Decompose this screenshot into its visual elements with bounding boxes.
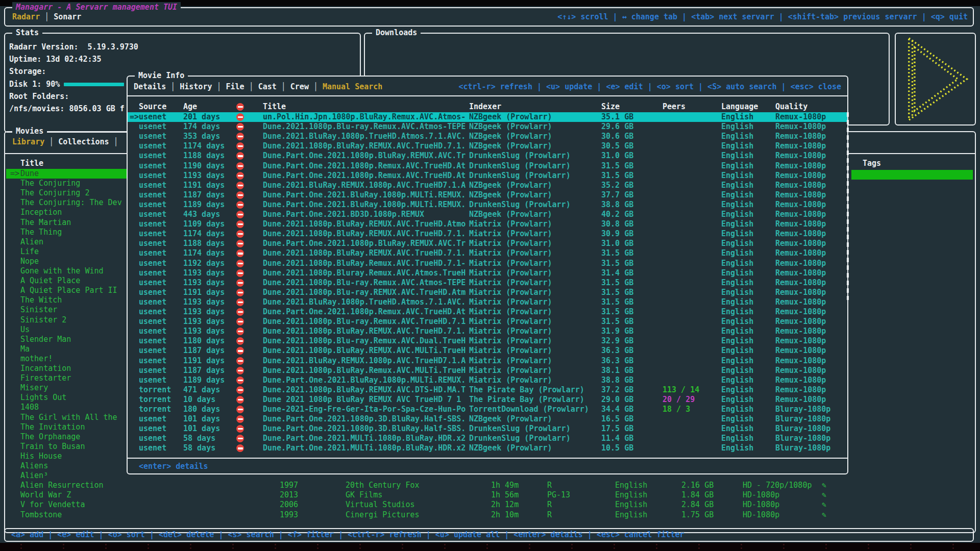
result-indexer: NZBgeek (Prowlarr) <box>469 181 552 190</box>
search-result-row[interactable]: usenet1193 daysDune.2021.1080p.BluRay.RE… <box>128 327 847 336</box>
result-language: English <box>721 356 753 366</box>
result-language: English <box>721 122 753 132</box>
result-indexer: Miatrix (Prowlarr) <box>469 327 552 336</box>
search-result-row[interactable]: usenet1188 daysDune.Part.One.2021.1080p.… <box>128 239 847 248</box>
result-source: usenet <box>139 424 166 434</box>
search-result-row[interactable]: usenet1174 daysDune.2021.1080p.BluRay.RE… <box>128 248 847 258</box>
rejected-icon <box>236 415 244 423</box>
result-age: 1193 days <box>183 317 225 327</box>
result-age: 1190 days <box>183 161 225 171</box>
search-result-row[interactable]: torrent180 daysDune-2021-Eng-Fre-Ger-Ita… <box>128 405 847 414</box>
rejected-icon <box>236 357 244 365</box>
search-result-row[interactable]: usenet1193 daysDune.2021.1080p.Blu-ray.R… <box>128 278 847 288</box>
result-age: 1193 days <box>183 297 225 307</box>
result-age: 1188 days <box>183 239 225 248</box>
result-size: 31.5 GB <box>601 297 633 307</box>
result-age: 1174 days <box>183 141 225 151</box>
search-result-row[interactable]: usenet1174 daysDune.2021.1080p.BluRay.RE… <box>128 141 847 151</box>
search-result-row[interactable]: usenet1191 daysDune.2021.BluRay.REMUX.10… <box>128 356 847 366</box>
result-title: Dune.2021.1080p.BluRay.REMUX.AVC.TrueHD.… <box>263 248 465 258</box>
result-quality: Remux-1080p <box>775 307 826 317</box>
search-result-row[interactable]: usenet1180 daysDune.2021.1080p.Blu-ray.R… <box>128 336 847 346</box>
rejected-icon <box>236 289 244 296</box>
result-source: usenet <box>139 112 166 122</box>
movie-rating: R <box>547 481 552 490</box>
movie-year: 1993 <box>280 510 298 520</box>
result-source: usenet <box>139 268 166 278</box>
result-source: usenet <box>139 443 166 453</box>
result-title: Dune.2021.1080p.BluRay.REMUX.AVC.TrueHD.… <box>263 327 465 336</box>
result-quality: Remux-1080p <box>775 346 826 356</box>
search-result-row[interactable]: usenet1191 daysDune.2021.1080p.Blu-ray.R… <box>128 288 847 297</box>
result-source: usenet <box>139 141 166 151</box>
result-indexer: Miatrix (Prowlarr) <box>469 278 552 288</box>
movies-table-row[interactable]: 199720th Century Fox1h 49mREnglish2.16 G… <box>5 481 972 490</box>
search-result-row[interactable]: usenet1187 daysDune.Part.One.2021.BluRay… <box>128 190 847 200</box>
result-title: Dune.2021.BluRay.1080p.TrueHD.Atmos.7.1.… <box>263 297 465 307</box>
search-result-row[interactable]: torrent10 daysDune 2021 1080p BluRay REM… <box>128 395 847 405</box>
search-result-row[interactable]: usenet1190 daysDune.Part.One.2021.1080p.… <box>128 161 847 171</box>
result-size: 31.0 GB <box>601 239 633 248</box>
result-language: English <box>721 112 753 122</box>
result-quality: Remux-1080p <box>775 297 826 307</box>
search-result-row[interactable]: usenet58 daysDune.Part.One.2021.MULTi.10… <box>128 434 847 443</box>
search-result-row[interactable]: usenet101 daysDune.Part.One.2021.1080p.3… <box>128 414 847 424</box>
result-indexer: Miatrix (Prowlarr) <box>469 219 552 229</box>
rejected-icon <box>236 211 244 218</box>
search-result-row[interactable]: usenet58 daysDune.Part.One.2021.MULTi.10… <box>128 443 847 453</box>
search-result-row[interactable]: torrent471 daysDune.2021.1080p.BluRay.RE… <box>128 385 847 395</box>
search-result-row[interactable]: usenet443 daysDune.Part.One.2021.BD3D.10… <box>128 210 847 219</box>
result-indexer: NZBgeek (Prowlarr) <box>469 141 552 151</box>
movies-table-row[interactable]: 2006Virtual Studios2h 12mREnglish2.84 GB… <box>5 500 972 510</box>
result-indexer: Miatrix (Prowlarr) <box>469 229 552 239</box>
result-indexer: The Pirate Bay (Prowlarr) <box>469 385 584 395</box>
search-result-row[interactable]: usenet1189 daysDune.Part.One.2021.BluRay… <box>128 375 847 385</box>
result-size: 31.5 GB <box>601 278 633 288</box>
search-result-row[interactable]: usenet1192 daysDune.2021.1080p.BluRay.Re… <box>128 259 847 268</box>
search-result-row[interactable]: usenet1189 daysDune.Part.One.2021.BluRay… <box>128 200 847 210</box>
result-source: usenet <box>139 288 166 297</box>
search-result-row[interactable]: usenet1193 daysDune.2021.BluRay.1080p.Tr… <box>128 297 847 307</box>
search-result-row[interactable]: usenet1188 daysDune.Part.One.2021.1080p.… <box>128 151 847 161</box>
search-result-row[interactable]: usenet101 daysDune.Part.One.2021.1080p.3… <box>128 424 847 434</box>
search-result-row[interactable]: usenet353 daysDune.2021.BluRay.1080p.Tru… <box>128 132 847 141</box>
search-result-row[interactable]: usenet1187 daysDune.2021.1080p.BluRay.RE… <box>128 346 847 356</box>
result-size: 32.9 GB <box>601 336 633 346</box>
result-indexer: DrunkenSlug (Prowlarr) <box>469 424 571 434</box>
search-result-row[interactable]: usenet1174 daysDune.2021.1080p.BluRay.RE… <box>128 229 847 239</box>
movies-table-row[interactable]: 2013GK Films1h 56mPG-13English1.84 GBHD-… <box>5 490 972 500</box>
rejected-icon <box>236 191 244 199</box>
search-result-row[interactable]: usenet1193 daysDune.Part.One.2021.1080p.… <box>128 307 847 317</box>
result-size: 36.3 GB <box>601 346 633 356</box>
movies-table-row[interactable]: 1993Cinergi Pictures2h 10mREnglish1.75 G… <box>5 510 972 520</box>
movie-info-modal: Movie Info Details│History│File│Cast│Cre… <box>127 76 848 474</box>
search-result-row[interactable]: usenet174 daysDune.2021.1080p.Blu-ray.Re… <box>128 122 847 132</box>
result-size: 31.5 GB <box>601 248 633 258</box>
result-language: English <box>721 288 753 297</box>
result-size: 38.8 GB <box>601 375 633 385</box>
search-result-row[interactable]: usenet1191 daysDune.2021.BluRay.REMUX.10… <box>128 181 847 190</box>
result-language: English <box>721 190 753 200</box>
tab-radarr[interactable]: Radarr <box>12 12 40 21</box>
result-language: English <box>721 219 753 229</box>
rejected-icon <box>236 396 244 404</box>
result-indexer: NZBgeek (Prowlarr) <box>469 210 552 219</box>
result-age: 1191 days <box>183 356 225 366</box>
result-size: 29.0 GB <box>601 395 633 405</box>
results-scrollbar[interactable] <box>847 112 849 300</box>
disk-usage-label: Disk 1: 90% <box>9 80 60 89</box>
search-result-row[interactable]: =>usenet201 daysun.Pol.Hin.Jpn.1080p.Blu… <box>128 112 847 122</box>
search-result-row[interactable]: usenet1193 daysDune.2021.1080p.Blu-ray.R… <box>128 317 847 327</box>
movie-size: 2.84 GB <box>681 500 714 510</box>
result-age: 1109 days <box>183 219 225 229</box>
search-result-row[interactable]: usenet1187 daysDune.2021.1080p.BluRay.Re… <box>128 366 847 375</box>
search-result-row[interactable]: usenet1109 daysDune.2021.1080p.BluRay.RE… <box>128 219 847 229</box>
result-quality: Remux-1080p <box>775 200 826 210</box>
result-quality: Remux-1080p <box>775 268 826 278</box>
movie-quality-profile: HD-1080p <box>743 500 779 510</box>
search-result-row[interactable]: usenet1193 daysDune.Part.One.2021.1080p.… <box>128 171 847 181</box>
result-source: usenet <box>139 297 166 307</box>
terminal-screen: Managarr - A Servarr management TUI Rada… <box>0 6 980 543</box>
search-result-row[interactable]: usenet1193 daysDune.2021.1080p.Bluray.Re… <box>128 268 847 278</box>
tab-sonarr[interactable]: Sonarr <box>54 12 81 21</box>
